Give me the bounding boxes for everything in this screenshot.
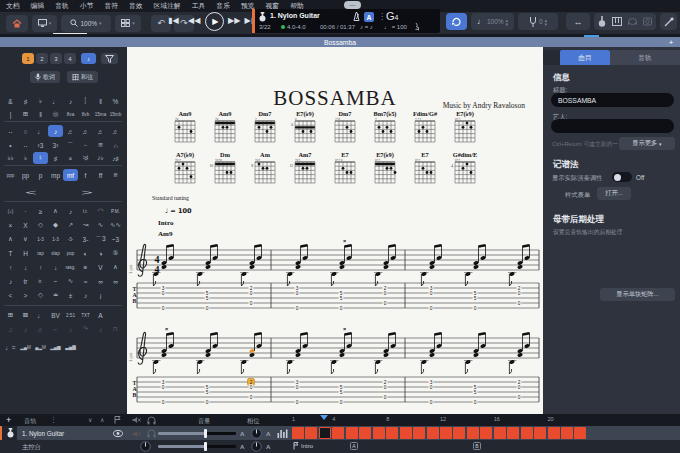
menu-音符[interactable]: 音符 <box>104 1 118 11</box>
double-flat-icon[interactable]: ♭♭ <box>3 152 18 164</box>
barre-tool-icon[interactable]: ≡ <box>78 261 93 273</box>
link-1-icon[interactable]: ♫ <box>3 323 18 335</box>
beat-group[interactable] <box>374 333 396 374</box>
beat-group[interactable] <box>240 245 262 286</box>
multivoice-button[interactable]: ♪ <box>81 53 96 64</box>
solo-all-icon[interactable] <box>147 416 156 425</box>
tab-digit[interactable]: 0 <box>250 385 253 390</box>
tab-digit[interactable]: 0 <box>340 400 343 405</box>
add-track-button[interactable]: + <box>6 415 11 425</box>
chord-diagram-Am7[interactable]: Am7×o×12 <box>289 151 315 183</box>
chord-diagram-Fdim/G#[interactable]: Fdim/G#× ×× <box>413 110 438 142</box>
track-volume-handle[interactable] <box>204 429 207 438</box>
tab-digit[interactable]: 0 <box>518 301 521 306</box>
auto-tempo-badge[interactable]: A <box>364 12 374 22</box>
dyn-mp-icon[interactable]: mp <box>48 169 63 181</box>
key-flat-icon[interactable]: ♭ <box>33 95 48 107</box>
sixteenth-note-icon[interactable]: ♬ <box>63 125 78 137</box>
keyboard-view-icon[interactable] <box>612 17 622 26</box>
auto-m1-icon[interactable]: ▂▄M <box>18 341 33 353</box>
visibility-eye-icon[interactable] <box>113 430 123 437</box>
beat-group[interactable] <box>420 333 442 374</box>
transport-first[interactable]: ▮◀ <box>168 16 179 25</box>
legato-slide-icon[interactable]: 1-3 <box>33 233 48 245</box>
shift-slide-icon[interactable]: 1-3 <box>48 233 63 245</box>
coda-icon[interactable]: ◎ <box>48 108 63 120</box>
tempo-auto-icon[interactable]: ♩= <box>3 341 18 353</box>
metronome-icon[interactable] <box>352 12 361 21</box>
whammy-icon[interactable]: ∿ <box>63 275 78 287</box>
double-dot-icon[interactable]: ‥ <box>3 125 18 137</box>
tap-icon[interactable]: tap <box>33 247 48 259</box>
chord-diagram-icon[interactable]: ⊞ <box>3 309 18 321</box>
tempo-button[interactable]: ♩100% ▴▾ <box>471 13 514 30</box>
note-128-icon[interactable]: ♬ <box>108 125 123 137</box>
home-button[interactable] <box>6 15 28 32</box>
beat-group[interactable] <box>286 333 308 374</box>
flat-icon[interactable]: ♭ <box>18 152 33 164</box>
grace-note-icon[interactable]: ♪ <box>63 95 78 107</box>
dyn-p-icon[interactable]: p <box>33 169 48 181</box>
bar-block-22[interactable] <box>574 427 586 439</box>
bar-block-18[interactable] <box>521 427 533 439</box>
tab-digit[interactable]: 0 <box>518 385 521 390</box>
marker-intro[interactable]: Intro <box>293 442 313 450</box>
master-volume-auto[interactable]: A <box>240 443 244 450</box>
marcato-icon[interactable]: ∧ <box>48 205 63 217</box>
bar-block-4[interactable] <box>332 427 344 439</box>
show-more-button[interactable]: 显示更多▾ <box>619 137 675 150</box>
text-tool-icon[interactable]: TXT <box>78 309 93 321</box>
bar-block-5[interactable] <box>346 427 358 439</box>
bar-block-15[interactable] <box>480 427 492 439</box>
playhead-marker[interactable] <box>320 415 328 420</box>
trill-line-icon[interactable]: tr. <box>33 275 48 287</box>
menu-音乐[interactable]: 音乐 <box>216 1 230 11</box>
bar-block-20[interactable] <box>548 427 560 439</box>
voice-3-button[interactable]: 3 <box>50 53 62 64</box>
auto-m2-icon[interactable]: ▄▂M <box>33 341 48 353</box>
tab-digit[interactable]: 0 <box>384 395 387 400</box>
track-row[interactable]: 1. Nylon Guitar A A <box>0 426 680 440</box>
dyn-ppp-icon[interactable]: ppp <box>3 169 18 181</box>
bar-block-3[interactable] <box>319 427 331 439</box>
chord-diagram-Bm7(♭5)[interactable]: Bm7(♭5)× <box>374 110 397 142</box>
link-8-icon[interactable]: ⊓ <box>108 323 123 335</box>
tie-icon[interactable]: ⌒ <box>63 139 78 151</box>
sixtyfourth-note-icon[interactable]: ♬ <box>93 125 108 137</box>
beat-group[interactable] <box>330 245 352 286</box>
master-volume-handle[interactable] <box>204 442 207 451</box>
slide-tool-button[interactable] <box>660 13 677 30</box>
drum-view-icon[interactable] <box>628 17 637 26</box>
track-mute-icon[interactable] <box>132 430 141 438</box>
chord-diagram-Am9[interactable]: Am9×o <box>215 110 235 142</box>
key-sharp-icon[interactable]: ♯ <box>18 95 33 107</box>
pinch-harmonic-icon[interactable]: ◆ <box>48 219 63 231</box>
pop-icon[interactable]: pop <box>63 247 78 259</box>
transport-play[interactable]: ▶ <box>205 12 224 31</box>
show-matrix-button[interactable]: 显示单块矩阵... <box>600 288 675 301</box>
beat-group[interactable] <box>196 333 218 374</box>
tremolo-icon[interactable]: ≋ <box>93 139 108 151</box>
tab-digit[interactable]: 0 <box>518 395 521 400</box>
link-6-icon[interactable]: ↷ <box>78 323 93 335</box>
trill-icon[interactable]: tr <box>18 275 33 287</box>
transport-forward[interactable]: ▶▶ <box>228 16 240 25</box>
slur-3-icon[interactable]: ⌒3 <box>93 233 108 245</box>
tab-digit[interactable]: 0 <box>250 395 253 400</box>
tuplet-open-icon[interactable]: ‹3 <box>33 139 48 151</box>
kebab-menu-icon[interactable]: ⋮ <box>378 12 386 21</box>
tab-digit[interactable]: 0 <box>384 301 387 306</box>
tab-digit[interactable]: 0 <box>430 400 433 405</box>
pick-up-icon[interactable]: V <box>93 261 108 273</box>
tab-digit[interactable]: 5 <box>474 390 477 395</box>
menu-工具[interactable]: 工具 <box>192 1 206 11</box>
dot-double-icon[interactable]: ‥ <box>18 139 33 151</box>
left-hand-icon[interactable]: ◐ <box>78 247 93 259</box>
sharp-icon[interactable]: ♯ <box>48 152 63 164</box>
expand-icon[interactable]: ∧ <box>100 416 104 423</box>
mute-all-icon[interactable] <box>132 416 141 424</box>
whole-note-icon[interactable]: ○ <box>18 125 33 137</box>
link-3-icon[interactable]: ♬ <box>33 323 48 335</box>
chord-diagram-E7[interactable]: E7o×× o <box>335 151 355 183</box>
chord-diagram-G#dim/E[interactable]: G#dim/Eo××4 <box>451 151 477 183</box>
